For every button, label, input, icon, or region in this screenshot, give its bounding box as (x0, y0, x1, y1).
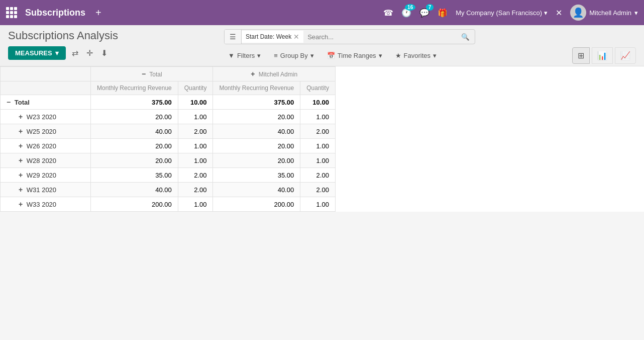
week-qty-total-2: 1.00 (178, 139, 213, 153)
user-dropdown-icon: ▾ (634, 9, 638, 17)
week-expand-button-2[interactable]: + (19, 142, 23, 150)
phone-icon[interactable]: ☎ (383, 8, 393, 18)
week-qty-mitchell-3: 1.00 (300, 153, 336, 168)
search-input[interactable] (303, 30, 456, 44)
mitchell-expand-button[interactable]: + (251, 70, 255, 78)
week-mrr-total-0: 20.00 (91, 110, 178, 124)
week-expand-button-1[interactable]: + (19, 127, 23, 135)
week-mrr-total-6: 200.00 (91, 197, 178, 212)
total-mrr-mitchell: 375.00 (213, 95, 300, 110)
filters-dropdown-icon: ▾ (257, 52, 261, 59)
week-expand-button-5[interactable]: + (19, 186, 23, 194)
week-mrr-total-4: 35.00 (91, 168, 178, 183)
measures-empty-cell (1, 81, 91, 95)
pivot-total-row: − Total 375.00 10.00 375.00 10.00 (1, 95, 336, 110)
week-row-label-6: + W33 2020 (1, 197, 91, 212)
week-expand-button-4[interactable]: + (19, 171, 23, 179)
download-button[interactable]: ⬇ (99, 46, 110, 60)
activity-badge: 16 (405, 4, 415, 11)
subheader: Subscriptions Analysis MEASURES ▾ ⇄ ✛ ⬇ … (0, 25, 644, 66)
table-row: + W31 2020 40.00 2.00 40.00 2.00 (1, 183, 336, 197)
view-switcher: ⊞ 📊 📈 (572, 47, 636, 64)
company-dropdown-icon: ▾ (544, 9, 548, 17)
page-title: Subscriptions Analysis (8, 29, 214, 46)
pivot-table-container: − Total + Mitchell Admin Monthly Recurri… (0, 66, 644, 212)
table-row: + W33 2020 200.00 1.00 200.00 1.00 (1, 197, 336, 212)
filters-button[interactable]: ▼ Filters ▾ (224, 50, 265, 61)
week-qty-mitchell-2: 1.00 (300, 139, 336, 153)
pivot-table: − Total + Mitchell Admin Monthly Recurri… (0, 66, 336, 212)
favorites-button[interactable]: ★ Favorites ▾ (391, 50, 441, 61)
line-chart-view-button[interactable]: 📈 (615, 47, 636, 64)
week-mrr-total-5: 40.00 (91, 183, 178, 197)
add-measure-button[interactable]: ✛ (84, 46, 95, 60)
close-icon[interactable]: ✕ (556, 8, 562, 18)
col-mitchell-mrr: Monthly Recurring Revenue (213, 81, 300, 95)
chat-icon[interactable]: 💬 7 (419, 8, 430, 18)
groupby-lines-icon: ≡ (274, 52, 278, 59)
table-row: + W26 2020 20.00 1.00 20.00 1.00 (1, 139, 336, 153)
filter-tag-start-date: Start Date: Week ✕ (242, 31, 303, 43)
total-collapse-button[interactable]: − (142, 70, 146, 78)
top-navigation: Subscriptions + ☎ 🕐 16 💬 7 🎁 My Company … (0, 0, 644, 25)
col-mitchell-qty: Quantity (300, 81, 336, 95)
week-qty-mitchell-6: 1.00 (300, 197, 336, 212)
filter-tag-label: Start Date: Week (246, 33, 291, 40)
total-row-collapse-button[interactable]: − (7, 98, 11, 106)
add-button[interactable]: + (93, 5, 103, 21)
timeranges-calendar-icon: 📅 (327, 52, 335, 59)
week-mrr-mitchell-1: 40.00 (213, 124, 300, 139)
week-row-label-3: + W28 2020 (1, 153, 91, 168)
week-mrr-total-1: 40.00 (91, 124, 178, 139)
gift-icon[interactable]: 🎁 (438, 8, 448, 18)
week-expand-button-0[interactable]: + (19, 113, 23, 121)
user-name: Mitchell Admin (589, 9, 631, 17)
week-row-label-1: + W25 2020 (1, 124, 91, 139)
user-menu[interactable]: 👤 Mitchell Admin ▾ (570, 5, 638, 21)
week-mrr-mitchell-4: 35.00 (213, 168, 300, 183)
measures-button[interactable]: MEASURES ▾ (8, 46, 66, 60)
timeranges-button[interactable]: 📅 Time Ranges ▾ (323, 50, 386, 61)
favorites-dropdown-icon: ▾ (433, 52, 437, 59)
search-submit-button[interactable]: 🔍 (456, 30, 475, 44)
groupby-button[interactable]: ≡ Group By ▾ (270, 50, 318, 61)
chat-badge: 7 (426, 4, 434, 11)
week-qty-total-0: 1.00 (178, 110, 213, 124)
week-mrr-mitchell-0: 20.00 (213, 110, 300, 124)
week-row-label-5: + W31 2020 (1, 183, 91, 197)
timeranges-dropdown-icon: ▾ (379, 52, 382, 59)
filter-tag-close-icon[interactable]: ✕ (293, 33, 299, 41)
week-qty-mitchell-4: 2.00 (300, 168, 336, 183)
pivot-view-button[interactable]: ⊞ (572, 47, 590, 64)
company-name: My Company (San Francisco) (456, 9, 542, 17)
week-qty-mitchell-1: 2.00 (300, 124, 336, 139)
activity-icon[interactable]: 🕐 16 (401, 8, 411, 18)
col-mitchell-label: Mitchell Admin (259, 71, 297, 78)
bar-chart-view-button[interactable]: 📊 (592, 47, 613, 64)
company-selector[interactable]: My Company (San Francisco) ▾ (456, 9, 548, 17)
groupby-dropdown-icon: ▾ (310, 52, 314, 59)
week-qty-mitchell-5: 2.00 (300, 183, 336, 197)
toolbar: MEASURES ▾ ⇄ ✛ ⬇ (8, 46, 214, 64)
control-bar-left: ▼ Filters ▾ ≡ Group By ▾ 📅 Time Ranges ▾ (224, 50, 441, 61)
app-title: Subscriptions (25, 8, 85, 18)
table-row: + W28 2020 20.00 1.00 20.00 1.00 (1, 153, 336, 168)
week-qty-total-5: 2.00 (178, 183, 213, 197)
col-total-mrr: Monthly Recurring Revenue (91, 81, 178, 95)
total-row-label: − Total (1, 95, 91, 110)
week-expand-button-6[interactable]: + (19, 200, 23, 208)
search-box: ☰ Start Date: Week ✕ 🔍 (224, 29, 475, 44)
week-mrr-mitchell-5: 40.00 (213, 183, 300, 197)
search-filter-toggle[interactable]: ☰ (225, 30, 242, 44)
week-qty-mitchell-0: 1.00 (300, 110, 336, 124)
total-qty-total: 10.00 (178, 95, 213, 110)
apps-grid-icon[interactable] (6, 7, 17, 18)
table-row: + W25 2020 40.00 2.00 40.00 2.00 (1, 124, 336, 139)
filters-funnel-icon: ▼ (228, 52, 235, 59)
week-row-label-2: + W26 2020 (1, 139, 91, 153)
table-row: + W23 2020 20.00 1.00 20.00 1.00 (1, 110, 336, 124)
week-expand-button-3[interactable]: + (19, 156, 23, 164)
table-row: + W29 2020 35.00 2.00 35.00 2.00 (1, 168, 336, 183)
measures-dropdown-icon: ▾ (55, 49, 59, 57)
exchange-icon-button[interactable]: ⇄ (70, 46, 80, 60)
